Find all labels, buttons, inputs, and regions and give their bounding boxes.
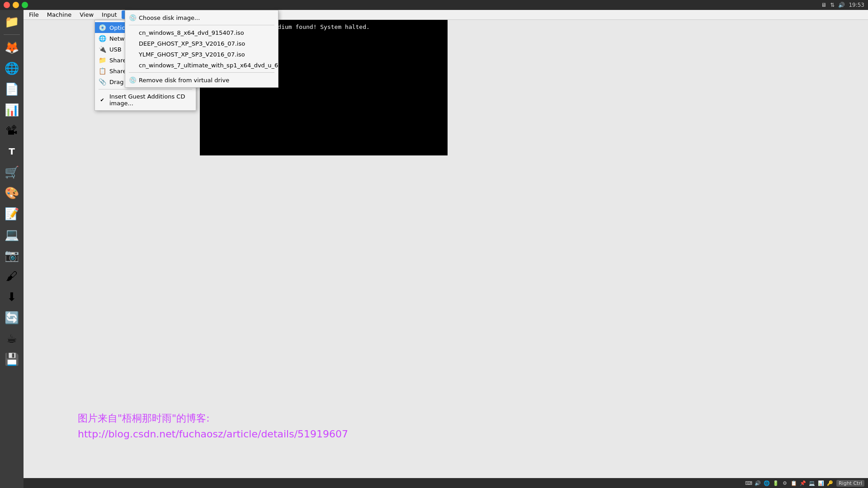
sidebar: 📁 🦊 🌐 📄 📊 📽 T 🛒 🎨 📝 💻 📷 🖌 ⬇ 🔄 ☕ 💾 bbox=[0, 10, 24, 488]
screen-icon: 🖥 bbox=[821, 2, 826, 8]
usb-label: USB bbox=[109, 46, 122, 53]
sidebar-icon-vpn[interactable]: 🔄 bbox=[2, 308, 22, 328]
sidebar-icon-files[interactable]: 📁 bbox=[2, 12, 22, 32]
tray-icon-5[interactable]: ⚙ bbox=[781, 479, 788, 487]
tray-icons: ⌨ 🔊 🌐 🔋 ⚙ 📋 📌 💻 📊 🔑 bbox=[745, 479, 834, 487]
tray-icon-6[interactable]: 📋 bbox=[790, 479, 797, 487]
sidebar-icon-virtualbox[interactable]: 💻 bbox=[2, 225, 22, 244]
drag-drop-icon: 📎 bbox=[99, 78, 106, 85]
maximize-button[interactable] bbox=[22, 2, 28, 8]
window-controls bbox=[4, 2, 28, 8]
optical-submenu-separator-2 bbox=[129, 72, 274, 73]
top-bar-right: 🖥 ⇅ 🔊 19:53 bbox=[821, 2, 864, 8]
sidebar-icon-java[interactable]: ☕ bbox=[2, 328, 22, 348]
sidebar-icon-color[interactable]: 🖌 bbox=[2, 266, 22, 286]
tray-icon-10[interactable]: 🔑 bbox=[826, 479, 834, 487]
shared-clipboard-icon: 📋 bbox=[99, 67, 106, 75]
choose-disk-label: Choose disk image... bbox=[139, 14, 200, 21]
top-bar: 🖥 ⇅ 🔊 19:53 bbox=[0, 0, 868, 10]
sidebar-icon-disks[interactable]: 💾 bbox=[2, 349, 22, 369]
blog-attribution: 图片来自"梧桐那时雨"的博客: http://blog.csdn.net/fuc… bbox=[78, 410, 348, 442]
tray-icon-3[interactable]: 🌐 bbox=[763, 479, 770, 487]
sidebar-icon-fonts[interactable]: T bbox=[2, 141, 22, 161]
menu-separator bbox=[99, 89, 192, 89]
sidebar-icon-downloader[interactable]: ⬇ bbox=[2, 287, 22, 307]
usb-icon: 🔌 bbox=[99, 46, 106, 53]
sidebar-icon-paint[interactable]: 🎨 bbox=[2, 183, 22, 203]
optical-submenu: 💿 Choose disk image... cn_windows_8_x64_… bbox=[125, 10, 278, 88]
menu-view[interactable]: View bbox=[76, 10, 97, 19]
sidebar-icon-amazon[interactable]: 🛒 bbox=[2, 162, 22, 182]
network-icon: 🌐 bbox=[99, 35, 106, 42]
disk-item-2[interactable]: DEEP_GHOST_XP_SP3_V2016_07.iso bbox=[125, 38, 278, 49]
sidebar-icon-presentation[interactable]: 📽 bbox=[2, 121, 22, 141]
shared-folders-icon: 📁 bbox=[99, 56, 106, 64]
remove-disk-label: Remove disk from virtual drive bbox=[139, 77, 229, 84]
sidebar-icon-documents[interactable]: 📄 bbox=[2, 79, 22, 99]
tray-icon-7[interactable]: 📌 bbox=[799, 479, 807, 487]
minimize-button[interactable] bbox=[13, 2, 19, 8]
disk2-icon bbox=[129, 40, 136, 47]
menu-machine[interactable]: Machine bbox=[43, 10, 75, 19]
disk-item-4[interactable]: cn_windows_7_ultimate_with_sp1_x64_dvd_u… bbox=[125, 60, 278, 70]
insert-guest-icon: ✔ bbox=[99, 96, 106, 103]
disk2-label: DEEP_GHOST_XP_SP3_V2016_07.iso bbox=[139, 40, 245, 47]
disk-item-3[interactable]: YLMF_GHOST_XP_SP3_V2016_07.iso bbox=[125, 49, 278, 60]
remove-disk-icon: 💿 bbox=[129, 76, 136, 84]
remove-disk[interactable]: 💿 Remove disk from virtual drive bbox=[125, 75, 278, 85]
close-button[interactable] bbox=[4, 2, 10, 8]
network-tray-icon: ⇅ bbox=[830, 2, 835, 8]
sidebar-icon-camera[interactable]: 📷 bbox=[2, 245, 22, 265]
bottom-bar: ⌨ 🔊 🌐 🔋 ⚙ 📋 📌 💻 📊 🔑 Right Ctrl bbox=[24, 478, 868, 488]
disk1-icon bbox=[129, 29, 136, 36]
tray-icon-1[interactable]: ⌨ bbox=[745, 479, 752, 487]
choose-disk-image[interactable]: 💿 Choose disk image... bbox=[125, 12, 278, 23]
disk-item-1[interactable]: cn_windows_8_x64_dvd_915407.iso bbox=[125, 27, 278, 38]
menu-input[interactable]: Input bbox=[98, 10, 121, 19]
blog-line1: 图片来自"梧桐那时雨"的博客: bbox=[78, 410, 348, 426]
disk3-icon bbox=[129, 51, 136, 58]
menu-insert-guest[interactable]: ✔ Insert Guest Additions CD image... bbox=[95, 91, 196, 108]
clock: 19:53 bbox=[849, 2, 864, 8]
disk3-label: YLMF_GHOST_XP_SP3_V2016_07.iso bbox=[139, 51, 245, 58]
disk4-label: cn_windows_7_ultimate_with_sp1_x64_dvd_u… bbox=[139, 62, 307, 69]
tray-icon-8[interactable]: 💻 bbox=[808, 479, 816, 487]
optical-submenu-separator-1 bbox=[129, 25, 274, 25]
right-ctrl-badge: Right Ctrl bbox=[836, 480, 864, 487]
blog-line2: http://blog.csdn.net/fuchaosz/article/de… bbox=[78, 426, 348, 442]
sidebar-icon-firefox[interactable]: 🦊 bbox=[2, 38, 22, 57]
sidebar-icon-chrome[interactable]: 🌐 bbox=[2, 58, 22, 78]
sidebar-divider-1 bbox=[4, 34, 20, 35]
sidebar-icon-spreadsheet[interactable]: 📊 bbox=[2, 100, 22, 120]
insert-guest-label: Insert Guest Additions CD image... bbox=[109, 93, 192, 107]
optical-drives-icon: 💿 bbox=[99, 24, 106, 31]
sidebar-icon-notes[interactable]: 📝 bbox=[2, 204, 22, 224]
menu-file[interactable]: File bbox=[25, 10, 42, 19]
tray-icon-2[interactable]: 🔊 bbox=[754, 479, 761, 487]
main-content: File Machine View Input Devices Help 💿 O… bbox=[24, 10, 868, 478]
tray-icon-9[interactable]: 📊 bbox=[817, 479, 825, 487]
volume-icon: 🔊 bbox=[838, 2, 845, 8]
disk4-icon bbox=[129, 61, 136, 69]
choose-disk-icon: 💿 bbox=[129, 14, 136, 21]
tray-icon-4[interactable]: 🔋 bbox=[772, 479, 779, 487]
disk1-label: cn_windows_8_x64_dvd_915407.iso bbox=[139, 29, 244, 36]
